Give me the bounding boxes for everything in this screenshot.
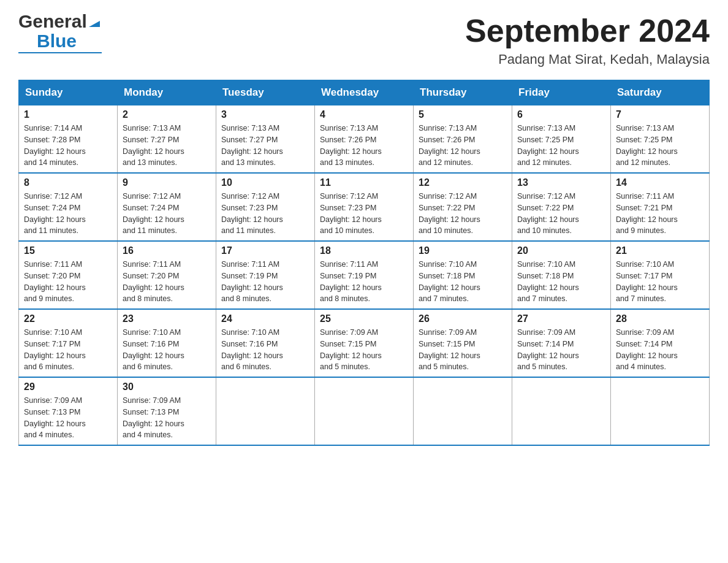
week-row-1: 1Sunrise: 7:14 AMSunset: 7:28 PMDaylight… <box>19 105 710 174</box>
day-number: 18 <box>320 245 408 256</box>
day-cell-19: 19Sunrise: 7:10 AMSunset: 7:18 PMDayligh… <box>414 241 512 309</box>
week-row-2: 8Sunrise: 7:12 AMSunset: 7:24 PMDaylight… <box>19 173 710 241</box>
day-number: 7 <box>616 109 704 120</box>
day-cell-empty <box>216 377 315 445</box>
day-info: Sunrise: 7:09 AMSunset: 7:13 PMDaylight:… <box>24 395 112 441</box>
day-cell-18: 18Sunrise: 7:11 AMSunset: 7:19 PMDayligh… <box>315 241 414 309</box>
day-cell-30: 30Sunrise: 7:09 AMSunset: 7:13 PMDayligh… <box>118 377 216 445</box>
day-number: 24 <box>221 313 309 324</box>
day-info: Sunrise: 7:12 AMSunset: 7:22 PMDaylight:… <box>517 191 605 237</box>
header-saturday: Saturday <box>611 80 710 105</box>
day-number: 25 <box>320 313 408 324</box>
day-number: 21 <box>616 245 704 256</box>
day-cell-10: 10Sunrise: 7:12 AMSunset: 7:23 PMDayligh… <box>216 173 315 241</box>
day-cell-2: 2Sunrise: 7:13 AMSunset: 7:27 PMDaylight… <box>118 105 216 174</box>
day-cell-1: 1Sunrise: 7:14 AMSunset: 7:28 PMDaylight… <box>19 105 118 174</box>
day-cell-empty <box>414 377 512 445</box>
day-info: Sunrise: 7:11 AMSunset: 7:20 PMDaylight:… <box>123 259 211 305</box>
day-info: Sunrise: 7:10 AMSunset: 7:16 PMDaylight:… <box>123 327 211 373</box>
logo: General Blue <box>18 12 102 53</box>
calendar-subtitle: Padang Mat Sirat, Kedah, Malaysia <box>465 52 710 67</box>
day-info: Sunrise: 7:14 AMSunset: 7:28 PMDaylight:… <box>24 123 112 169</box>
day-cell-7: 7Sunrise: 7:13 AMSunset: 7:25 PMDaylight… <box>611 105 710 174</box>
day-cell-22: 22Sunrise: 7:10 AMSunset: 7:17 PMDayligh… <box>19 309 118 377</box>
calendar-title: September 2024 <box>465 12 710 49</box>
day-number: 23 <box>123 313 211 324</box>
header-wednesday: Wednesday <box>315 80 414 105</box>
days-header-row: Sunday Monday Tuesday Wednesday Thursday… <box>19 80 710 105</box>
day-number: 19 <box>419 245 507 256</box>
day-cell-4: 4Sunrise: 7:13 AMSunset: 7:26 PMDaylight… <box>315 105 414 174</box>
day-info: Sunrise: 7:10 AMSunset: 7:17 PMDaylight:… <box>616 259 704 305</box>
calendar-table: Sunday Monday Tuesday Wednesday Thursday… <box>18 80 710 446</box>
day-number: 27 <box>517 313 605 324</box>
day-number: 13 <box>517 177 605 188</box>
page-header: General Blue September 2024 Padang Mat S… <box>18 12 710 67</box>
day-info: Sunrise: 7:09 AMSunset: 7:15 PMDaylight:… <box>320 327 408 373</box>
header-monday: Monday <box>118 80 216 105</box>
logo-underline <box>18 52 102 53</box>
day-number: 15 <box>24 245 112 256</box>
header-friday: Friday <box>512 80 611 105</box>
day-cell-empty <box>611 377 710 445</box>
day-number: 12 <box>419 177 507 188</box>
week-row-5: 29Sunrise: 7:09 AMSunset: 7:13 PMDayligh… <box>19 377 710 445</box>
day-cell-21: 21Sunrise: 7:10 AMSunset: 7:17 PMDayligh… <box>611 241 710 309</box>
day-cell-11: 11Sunrise: 7:12 AMSunset: 7:23 PMDayligh… <box>315 173 414 241</box>
day-info: Sunrise: 7:13 AMSunset: 7:25 PMDaylight:… <box>616 123 704 169</box>
day-cell-26: 26Sunrise: 7:09 AMSunset: 7:15 PMDayligh… <box>414 309 512 377</box>
logo-blue-text: Blue <box>37 31 77 52</box>
day-number: 3 <box>221 109 309 120</box>
day-cell-14: 14Sunrise: 7:11 AMSunset: 7:21 PMDayligh… <box>611 173 710 241</box>
day-info: Sunrise: 7:12 AMSunset: 7:24 PMDaylight:… <box>123 191 211 237</box>
day-info: Sunrise: 7:09 AMSunset: 7:14 PMDaylight:… <box>517 327 605 373</box>
day-number: 8 <box>24 177 112 188</box>
day-cell-9: 9Sunrise: 7:12 AMSunset: 7:24 PMDaylight… <box>118 173 216 241</box>
day-number: 17 <box>221 245 309 256</box>
logo-general-text: General <box>18 12 87 31</box>
day-number: 28 <box>616 313 704 324</box>
header-thursday: Thursday <box>414 80 512 105</box>
day-number: 26 <box>419 313 507 324</box>
day-cell-8: 8Sunrise: 7:12 AMSunset: 7:24 PMDaylight… <box>19 173 118 241</box>
day-cell-6: 6Sunrise: 7:13 AMSunset: 7:25 PMDaylight… <box>512 105 611 174</box>
day-info: Sunrise: 7:10 AMSunset: 7:18 PMDaylight:… <box>517 259 605 305</box>
day-info: Sunrise: 7:11 AMSunset: 7:21 PMDaylight:… <box>616 191 704 237</box>
week-row-4: 22Sunrise: 7:10 AMSunset: 7:17 PMDayligh… <box>19 309 710 377</box>
day-info: Sunrise: 7:11 AMSunset: 7:19 PMDaylight:… <box>320 259 408 305</box>
day-info: Sunrise: 7:11 AMSunset: 7:19 PMDaylight:… <box>221 259 309 305</box>
day-number: 2 <box>123 109 211 120</box>
day-cell-5: 5Sunrise: 7:13 AMSunset: 7:26 PMDaylight… <box>414 105 512 174</box>
header-sunday: Sunday <box>19 80 118 105</box>
day-cell-28: 28Sunrise: 7:09 AMSunset: 7:14 PMDayligh… <box>611 309 710 377</box>
day-cell-empty <box>315 377 414 445</box>
day-info: Sunrise: 7:13 AMSunset: 7:27 PMDaylight:… <box>221 123 309 169</box>
day-info: Sunrise: 7:09 AMSunset: 7:14 PMDaylight:… <box>616 327 704 373</box>
day-info: Sunrise: 7:12 AMSunset: 7:23 PMDaylight:… <box>320 191 408 237</box>
title-block: September 2024 Padang Mat Sirat, Kedah, … <box>465 12 710 67</box>
day-info: Sunrise: 7:12 AMSunset: 7:23 PMDaylight:… <box>221 191 309 237</box>
day-number: 14 <box>616 177 704 188</box>
logo-triangle-icon <box>88 15 101 28</box>
day-number: 1 <box>24 109 112 120</box>
day-number: 10 <box>221 177 309 188</box>
day-info: Sunrise: 7:13 AMSunset: 7:25 PMDaylight:… <box>517 123 605 169</box>
day-cell-empty <box>512 377 611 445</box>
day-number: 4 <box>320 109 408 120</box>
day-info: Sunrise: 7:10 AMSunset: 7:16 PMDaylight:… <box>221 327 309 373</box>
day-number: 11 <box>320 177 408 188</box>
day-number: 20 <box>517 245 605 256</box>
day-number: 16 <box>123 245 211 256</box>
day-number: 6 <box>517 109 605 120</box>
day-cell-15: 15Sunrise: 7:11 AMSunset: 7:20 PMDayligh… <box>19 241 118 309</box>
day-info: Sunrise: 7:12 AMSunset: 7:22 PMDaylight:… <box>419 191 507 237</box>
day-cell-13: 13Sunrise: 7:12 AMSunset: 7:22 PMDayligh… <box>512 173 611 241</box>
day-cell-3: 3Sunrise: 7:13 AMSunset: 7:27 PMDaylight… <box>216 105 315 174</box>
day-info: Sunrise: 7:12 AMSunset: 7:24 PMDaylight:… <box>24 191 112 237</box>
week-row-3: 15Sunrise: 7:11 AMSunset: 7:20 PMDayligh… <box>19 241 710 309</box>
day-number: 5 <box>419 109 507 120</box>
day-cell-25: 25Sunrise: 7:09 AMSunset: 7:15 PMDayligh… <box>315 309 414 377</box>
day-info: Sunrise: 7:13 AMSunset: 7:26 PMDaylight:… <box>419 123 507 169</box>
day-info: Sunrise: 7:13 AMSunset: 7:27 PMDaylight:… <box>123 123 211 169</box>
day-number: 22 <box>24 313 112 324</box>
